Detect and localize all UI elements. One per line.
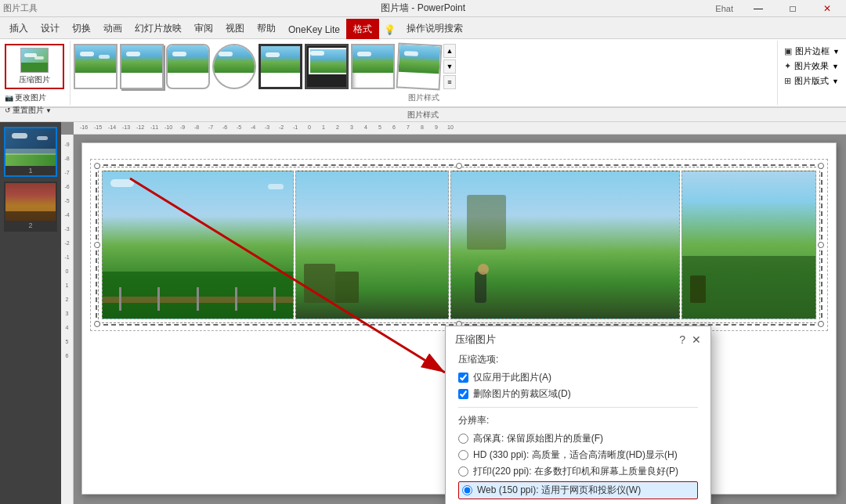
compression-options-label: 压缩选项: [458,353,698,366]
tab-slideshow[interactable]: 幻灯片放映 [128,19,188,38]
ribbon-group-pic-styles: ▲ ▼ ≡ 图片样式 [70,41,777,105]
compression-options-section: 压缩选项: 仅应用于此图片(A) 删除图片的剪裁区域(D) [458,353,698,401]
styles-scroll-up[interactable]: ▲ [443,44,456,58]
sel-handle-br[interactable] [818,321,824,327]
sel-handle-tl[interactable] [94,163,100,169]
radio-web-input[interactable] [462,485,472,495]
ribbon-tabs: 插入 设计 切换 动画 幻灯片放映 审阅 视图 帮助 OneKey Lite 格… [0,17,846,39]
sel-handle-tm[interactable] [456,163,462,169]
slide-thumb-2[interactable]: 2 [4,182,57,232]
tools-context-label: 图片工具 [3,2,38,14]
adjust-small-btns: 📷 更改图片 ↺ 重置图片 ▼ [5,92,52,116]
restore-button[interactable]: □ [777,1,808,16]
tab-onekey[interactable]: OneKey Lite [282,21,346,38]
dialog-close-icon[interactable]: ✕ [692,333,701,346]
change-picture-button[interactable]: 📷 更改图片 [5,92,52,103]
sel-handle-bl[interactable] [94,321,100,327]
pic-effect-btn[interactable]: ✦ 图片效果 ▼ [784,60,840,72]
slides-panel: 1 2 [0,122,61,504]
radio-high-fidelity-input[interactable] [458,434,468,444]
ribbon-group-adjust: 压缩图片 📷 更改图片 ↺ 重置图片 ▼ [0,41,70,105]
ruler-vertical: -9 -8 -7 -6 -5 -4 -3 -2 -1 0 1 2 3 4 5 6 [61,135,74,504]
pic-style-2[interactable] [120,44,164,89]
resolution-section: 分辨率: 高保真: 保留原始图片的质量(F) HD (330 ppi): 高质量… [458,414,698,504]
radio-print-label[interactable]: 打印(220 ppi): 在多数打印机和屏幕上质量良好(P) [473,465,678,478]
styles-expand[interactable]: ≡ [443,75,456,89]
tab-help[interactable]: 帮助 [251,19,282,38]
sel-handle-mr[interactable] [818,242,824,248]
compress-picture-dialog: 压缩图片 ? ✕ 压缩选项: 仅应用于此图片(A) [445,326,711,504]
pic-layout-label: 图片版式 [794,75,829,87]
photo-4 [682,171,816,319]
tab-review[interactable]: 审阅 [188,19,219,38]
photo-1 [102,171,294,319]
delete-clip-area-label[interactable]: 删除图片的剪裁区域(D) [473,387,571,401]
pic-layout-icon: ⊞ [784,76,791,86]
dialog-body: 压缩选项: 仅应用于此图片(A) 删除图片的剪裁区域(D) [446,350,710,504]
dialog-title: 压缩图片 [455,333,496,347]
radio-web-selected: Web (150 ppi): 适用于网页和投影仪(W) [458,481,698,499]
radio-print-input[interactable] [458,466,468,477]
close-button[interactable]: ✕ [812,1,843,16]
pic-style-8[interactable] [396,43,443,91]
radio-hd-label[interactable]: HD (330 ppi): 高质量，适合高清晰度(HD)显示(H) [473,448,678,462]
radio-print: 打印(220 ppi): 在多数打印机和屏幕上质量良好(P) [458,465,698,478]
app-title: 图片墙 - PowerPoint [381,2,465,15]
pic-style-5[interactable] [258,44,302,89]
dialog-help-icon[interactable]: ? [679,333,685,346]
pic-effect-chevron: ▼ [832,63,839,70]
compress-btn-label: 压缩图片 [19,74,50,85]
ribbon-content: 压缩图片 📷 更改图片 ↺ 重置图片 ▼ [0,39,846,108]
slide-thumb-1[interactable]: 1 [4,127,57,177]
pic-layout-chevron: ▼ [832,77,839,85]
tab-view[interactable]: 视图 [219,19,251,38]
pic-border-btn[interactable]: ▣ 图片边框 ▼ [784,45,840,57]
apply-to-this-only-label[interactable]: 仅应用于此图片(A) [473,371,551,384]
pic-border-label: 图片边框 [795,45,830,57]
pic-layout-btn[interactable]: ⊞ 图片版式 ▼ [784,75,840,87]
pic-border-chevron: ▼ [833,48,840,56]
minimize-button[interactable]: — [743,1,774,16]
delete-clip-area-checkbox[interactable] [458,389,468,399]
tab-design[interactable]: 设计 [34,19,66,38]
delete-clip-area-row: 删除图片的剪裁区域(D) [458,387,698,401]
dialog-divider [458,407,698,408]
photo-collage [98,167,820,323]
title-bar: 图片工具 图片墙 - PowerPoint Ehat — □ ✕ [0,0,846,17]
compress-btn-icon [20,48,49,73]
styles-scroll-control: ▲ ▼ ≡ [443,44,456,89]
pic-styles-group-label: 图片样式 [407,110,439,121]
lightbulb-icon[interactable]: 💡 [379,21,400,38]
radio-high-fidelity: 高保真: 保留原始图片的质量(F) [458,432,698,445]
sel-handle-tr[interactable] [818,163,824,169]
help-text: Ehat [715,4,733,13]
styles-scroll-down[interactable]: ▼ [443,59,456,74]
pic-style-3[interactable] [166,44,210,89]
resolution-label: 分辨率: [458,414,698,427]
pic-style-6-selected[interactable] [305,44,349,89]
compress-picture-button[interactable]: 压缩图片 [5,44,64,89]
pic-effect-icon: ✦ [784,61,791,71]
dialog-title-bar: 压缩图片 ? ✕ [446,326,710,350]
tab-insert[interactable]: 插入 [3,19,34,38]
radio-web-label[interactable]: Web (150 ppi): 适用于网页和投影仪(W) [477,484,641,497]
tab-search[interactable]: 操作说明搜索 [400,19,469,38]
pic-border-icon: ▣ [784,46,792,56]
pic-style-1[interactable] [74,44,118,89]
tab-format[interactable]: 格式 [346,19,379,39]
apply-to-this-only-row: 仅应用于此图片(A) [458,371,698,384]
tab-animation[interactable]: 动画 [97,19,128,38]
pic-style-7[interactable] [351,44,395,89]
radio-high-fidelity-label[interactable]: 高保真: 保留原始图片的质量(F) [473,432,603,445]
ribbon-right-options: ▣ 图片边框 ▼ ✦ 图片效果 ▼ ⊞ 图片版式 ▼ [777,41,846,105]
radio-hd-input[interactable] [458,450,468,460]
tab-transition[interactable]: 切换 [66,19,97,38]
apply-to-this-only-checkbox[interactable] [458,373,468,383]
pic-style-4[interactable] [212,44,256,89]
reset-picture-button[interactable]: ↺ 重置图片 ▼ [5,105,52,116]
radio-hd: HD (330 ppi): 高质量，适合高清晰度(HD)显示(H) [458,448,698,462]
pic-styles-items: ▲ ▼ ≡ [74,42,774,91]
ribbon-group-label-row: 图片样式 [0,108,846,122]
pic-styles-label: 图片样式 [74,91,774,103]
sel-handle-ml[interactable] [94,242,100,248]
